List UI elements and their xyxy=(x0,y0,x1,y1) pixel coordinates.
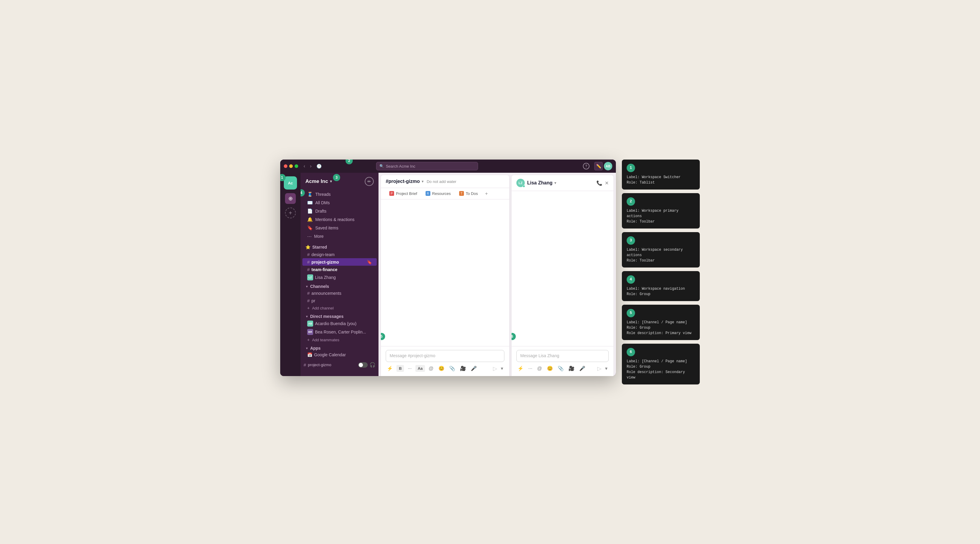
add-workspace-button[interactable]: + xyxy=(285,207,296,218)
dm-actions: 📞 ✕ xyxy=(597,180,609,186)
threads-label: Threads xyxy=(315,192,331,197)
dm-video-button[interactable]: 🎥 xyxy=(567,364,576,372)
send-options-button[interactable]: ▾ xyxy=(500,364,504,372)
audio-button[interactable]: 🎤 xyxy=(469,364,478,372)
annotation-2-label: Label: Workspace primary actions xyxy=(627,208,695,219)
more-options-button[interactable]: ··· xyxy=(406,365,413,372)
add-icon: + xyxy=(307,306,310,310)
tab-resources[interactable]: R Resources xyxy=(422,188,454,199)
history-button[interactable]: 🕐 xyxy=(315,163,323,170)
dm-lisa-zhang[interactable]: LZ Lisa Zhang xyxy=(302,273,377,282)
tab-todos[interactable]: T To Dos xyxy=(455,188,481,199)
rail-icon-home[interactable]: ⊕ xyxy=(285,193,296,204)
call-button[interactable]: 📞 xyxy=(597,180,602,186)
dm-acardio[interactable]: AB Acardio Buendia (you) xyxy=(302,319,377,328)
annotation-4-role: Role: Group xyxy=(627,292,695,297)
channel-announcements[interactable]: # announcements xyxy=(302,289,377,297)
channel-name-display: #project-gizmo xyxy=(386,179,420,184)
app-google-calendar[interactable]: 📅 Google Calendar xyxy=(302,351,377,358)
channels-section-toggle[interactable]: ▼ Channels xyxy=(301,282,379,289)
dm-more-options-button[interactable]: ··· xyxy=(527,365,533,372)
dm-name-display[interactable]: Lisa Zhang ▼ xyxy=(527,180,557,186)
sidebar-item-drafts[interactable]: 📄 Drafts xyxy=(302,207,377,215)
saved-label: Saved items xyxy=(315,225,338,230)
dm-attach-button[interactable]: 📎 xyxy=(557,364,565,372)
sidebar-item-mentions[interactable]: 🔔 Mentions & reactions xyxy=(302,215,377,224)
channel-project-gizmo[interactable]: # project-gizmo 🔖 xyxy=(302,258,377,266)
dm-header: LZ Lisa Zhang ▼ 📞 ✕ xyxy=(512,175,614,191)
channel-pr[interactable]: # pr xyxy=(302,297,377,305)
dm-mention-button[interactable]: @ xyxy=(536,365,543,372)
channel-design-team[interactable]: # design-team xyxy=(302,251,377,258)
workspace-name[interactable]: Acme Inc ▼ xyxy=(305,179,332,184)
more-icon: ⋯ xyxy=(307,234,312,239)
dm-lightning-button[interactable]: ⚡ xyxy=(516,364,525,372)
compose-button[interactable]: ✏ xyxy=(365,177,374,186)
workspace-avatar[interactable]: Ac xyxy=(284,176,297,190)
badge-3: 3 xyxy=(333,174,340,181)
dm-messages-area[interactable] xyxy=(512,191,614,346)
annotation-5-label: Label: [Channel / Page name] xyxy=(627,320,695,325)
dm-message-placeholder: Message Lisa Zhang xyxy=(520,353,559,358)
traffic-lights xyxy=(284,164,298,168)
video-button[interactable]: 🎥 xyxy=(459,364,467,372)
add-teammates-button[interactable]: + Add teammates xyxy=(302,336,377,343)
back-button[interactable]: ‹ xyxy=(302,163,306,170)
lightning-button[interactable]: ⚡ xyxy=(386,364,394,372)
dm-bea-carter[interactable]: BR Bea Rosen, Carter Poplin... xyxy=(302,328,377,336)
channel-title[interactable]: #project-gizmo ▼ xyxy=(386,179,424,184)
sidebar-item-more[interactable]: ⋯ More xyxy=(302,232,377,241)
annotation-number-6: 6 xyxy=(627,348,635,356)
resources-icon: R xyxy=(426,191,430,196)
apps-section-toggle[interactable]: ▼ Apps xyxy=(301,343,379,351)
attach-button[interactable]: 📎 xyxy=(448,364,457,372)
user-icons-area: ✏️ AB xyxy=(594,162,612,170)
annotation-5-role: Role: Group xyxy=(627,325,695,330)
annotation-6-role: Role: Group xyxy=(627,364,695,370)
direct-messages-section-toggle[interactable]: ▼ Direct messages xyxy=(301,311,379,319)
sidebar-item-threads[interactable]: 🧵 Threads xyxy=(302,190,377,198)
add-channel-button[interactable]: + Add channel xyxy=(302,305,377,311)
dm-message-input[interactable]: Message Lisa Zhang xyxy=(516,350,609,362)
compose-icon-button[interactable]: ✏️ xyxy=(594,162,603,170)
bookmark-icon: 🔖 xyxy=(367,260,372,265)
help-button[interactable]: ? xyxy=(583,163,590,169)
message-input[interactable]: Message #project-gizmo xyxy=(386,350,504,362)
channel-team-finance[interactable]: # team-finance xyxy=(302,266,377,273)
dm-send-options-button[interactable]: ▾ xyxy=(604,364,609,372)
maximize-button[interactable] xyxy=(294,164,298,168)
close-dm-button[interactable]: ✕ xyxy=(605,180,609,186)
toggle-switch[interactable] xyxy=(358,362,368,368)
send-button[interactable]: ▷ xyxy=(493,365,497,372)
close-button[interactable] xyxy=(284,164,287,168)
dm-input-toolbar: ⚡ ··· @ 😊 📎 🎥 🎤 ▷ ▾ xyxy=(516,364,609,372)
dm-send-button[interactable]: ▷ xyxy=(597,365,601,372)
emoji-button[interactable]: 😊 xyxy=(437,364,445,372)
more-label: More xyxy=(314,234,324,239)
nav-items: 🧵 Threads ✉️ All DMs 📄 Drafts 🔔 Mentions… xyxy=(301,189,379,242)
dm-audio-button[interactable]: 🎤 xyxy=(578,364,587,372)
mention-button[interactable]: @ xyxy=(427,365,434,372)
annotation-6: 6 Label: [Channel / Page name] Role: Gro… xyxy=(622,344,700,384)
annotation-5: 5 Label: [Channel / Page name] Role: Gro… xyxy=(622,305,700,340)
annotation-3-label: Label: Workspace secondary actions xyxy=(627,247,695,258)
sidebar-item-saved[interactable]: 🔖 Saved items xyxy=(302,224,377,232)
project-brief-icon: P xyxy=(389,191,394,196)
status-toggle-row: # project-gizmo 🎧 xyxy=(301,361,379,369)
minimize-button[interactable] xyxy=(289,164,293,168)
dm-input-area: Message Lisa Zhang ⚡ ··· @ 😊 📎 🎥 🎤 ▷ ▾ xyxy=(512,346,614,376)
dm-emoji-button[interactable]: 😊 xyxy=(546,364,554,372)
forward-button[interactable]: › xyxy=(309,163,313,170)
sidebar-item-all-dms[interactable]: ✉️ All DMs xyxy=(302,198,377,207)
tab-add-button[interactable]: + xyxy=(482,189,490,199)
messages-area[interactable] xyxy=(381,199,509,346)
annotation-2: 2 Label: Workspace primary actions Role:… xyxy=(622,193,700,228)
search-bar[interactable]: 🔍 Search Acme Inc xyxy=(376,162,478,170)
bold-button[interactable]: B xyxy=(396,365,404,372)
tab-resources-label: Resources xyxy=(432,191,451,196)
annotation-1: 1 Label: Workspace Switcher Role: Tablis… xyxy=(622,160,700,190)
tab-project-brief[interactable]: P Project Brief xyxy=(386,188,421,199)
online-status-indicator xyxy=(523,185,525,187)
format-button[interactable]: Aa xyxy=(415,365,425,372)
user-avatar[interactable]: AB xyxy=(604,162,612,170)
